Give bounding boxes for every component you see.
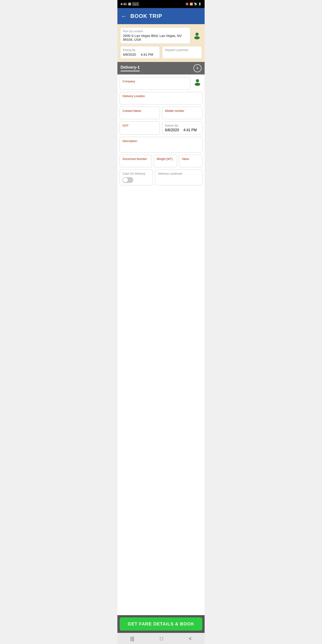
cash-on-delivery-toggle[interactable]: [122, 177, 133, 183]
delivery-location-label: Delivery Location: [122, 94, 200, 98]
deliver-by-time: 4:41 PM: [183, 128, 197, 132]
document-number-input[interactable]: Document Number: [120, 155, 152, 167]
photo-icon: 🖼: [128, 2, 131, 6]
pickup-secondary-row: PickUp By 6/8/2020 4:41 PM Dispatch Land…: [120, 46, 202, 59]
weight-label: Weight (MT): [156, 157, 174, 160]
delivery-header: Delivery-1 +: [118, 62, 204, 74]
pickup-section: Pick Up Location 2000 S Las Vegas Blvd, …: [118, 24, 204, 62]
gst-label: GST: [122, 124, 157, 127]
pickup-by-datetime: 6/8/2020 4:41 PM: [123, 52, 157, 56]
nav-back-icon[interactable]: <: [189, 636, 192, 642]
time-display: 4:41: [120, 2, 127, 6]
company-input[interactable]: Company: [120, 77, 190, 90]
back-button[interactable]: ←: [121, 13, 127, 20]
dispatch-landmark-label: Dispatch Landmark: [165, 48, 199, 52]
pickup-location-row: Pick Up Location 2000 S Las Vegas Blvd, …: [120, 27, 202, 44]
page-header: ← BOOK TRIP: [118, 8, 204, 24]
cash-on-delivery-input[interactable]: Cash On Delivery: [120, 170, 153, 185]
description-input[interactable]: Description: [120, 137, 202, 152]
value-input[interactable]: Value: [179, 155, 202, 167]
deliver-by-datetime: 6/8/2020 4:41 PM: [165, 128, 200, 132]
description-label: Description: [122, 139, 200, 143]
delivery-tab-label: Delivery-1: [120, 65, 140, 71]
battery-icon: 🔋: [198, 2, 202, 6]
document-number-label: Document Number: [122, 157, 149, 160]
nav-home-icon[interactable]: □: [160, 636, 163, 642]
mobile-number-input[interactable]: Mobile number: [162, 107, 202, 119]
pickup-location-value: 2000 S Las Vegas Blvd, Las Vegas, NV 891…: [123, 34, 188, 41]
status-time: 4:41 🖼 DeX: [120, 2, 139, 6]
status-icons: 🔇 📶 📡 🔋: [185, 2, 202, 6]
contact-name-input[interactable]: Contact Name: [120, 107, 160, 119]
bottom-bar: GET FARE DETAILS & BOOK: [118, 615, 204, 633]
signal-icon: 📡: [194, 2, 197, 6]
delivery-form: Company Delivery Location Contact Name M…: [118, 74, 204, 615]
pickup-time: 4:41 PM: [141, 52, 153, 56]
svg-point-0: [196, 33, 198, 36]
wifi-icon: 📶: [190, 2, 193, 6]
deliver-by-label: Deliver By: [165, 124, 200, 127]
cash-landmark-row: Cash On Delivery Delivery Landmark: [120, 170, 202, 185]
svg-point-2: [196, 79, 199, 82]
pickup-by-label: PickUp By: [123, 48, 157, 52]
doc-weight-value-row: Document Number Weight (MT) Value: [120, 155, 202, 167]
pickup-location-input[interactable]: Pick Up Location 2000 S Las Vegas Blvd, …: [120, 27, 190, 44]
plus-icon: +: [196, 66, 199, 71]
contact-name-label: Contact Name: [122, 109, 157, 112]
nav-menu-icon[interactable]: |||: [130, 636, 134, 642]
svg-point-3: [195, 83, 200, 86]
pickup-location-label: Pick Up Location: [123, 30, 188, 33]
company-row: Company: [120, 77, 202, 90]
value-label: Value: [182, 157, 200, 160]
add-delivery-button[interactable]: +: [194, 64, 202, 72]
delivery-landmark-input[interactable]: Delivery Landmark: [155, 170, 202, 185]
delivery-person-icon[interactable]: [192, 77, 202, 87]
gst-deliverby-row: GST Deliver By 6/8/2020 4:41 PM: [120, 122, 202, 134]
status-bar: 4:41 🖼 DeX 🔇 📶 📡 🔋: [118, 0, 204, 8]
dispatch-landmark-input[interactable]: Dispatch Landmark: [162, 46, 202, 59]
mobile-number-label: Mobile number: [165, 109, 200, 112]
dex-icon: DeX: [132, 2, 139, 6]
pickup-date: 6/8/2020: [123, 52, 136, 56]
deliver-by-date: 6/8/2020: [165, 128, 179, 132]
page-title: BOOK TRIP: [130, 13, 162, 19]
delivery-tab-underline: [120, 71, 140, 71]
pickup-person-icon[interactable]: [192, 31, 202, 40]
cash-on-delivery-label: Cash On Delivery: [122, 172, 150, 175]
delivery-landmark-label: Delivery Landmark: [158, 172, 200, 175]
company-label: Company: [122, 80, 188, 83]
weight-input[interactable]: Weight (MT): [154, 155, 177, 167]
nav-bar: ||| □ <: [118, 633, 204, 644]
svg-point-1: [194, 36, 200, 39]
contact-mobile-row: Contact Name Mobile number: [120, 107, 202, 119]
toggle-thumb: [123, 178, 128, 182]
delivery-tab[interactable]: Delivery-1: [120, 65, 140, 71]
get-fare-book-button[interactable]: GET FARE DETAILS & BOOK: [120, 618, 202, 630]
deliver-by-input[interactable]: Deliver By 6/8/2020 4:41 PM: [162, 122, 202, 134]
pickup-by-input[interactable]: PickUp By 6/8/2020 4:41 PM: [120, 46, 160, 59]
mute-icon: 🔇: [185, 2, 189, 6]
gst-input[interactable]: GST: [120, 122, 160, 134]
delivery-location-input[interactable]: Delivery Location: [120, 92, 202, 104]
